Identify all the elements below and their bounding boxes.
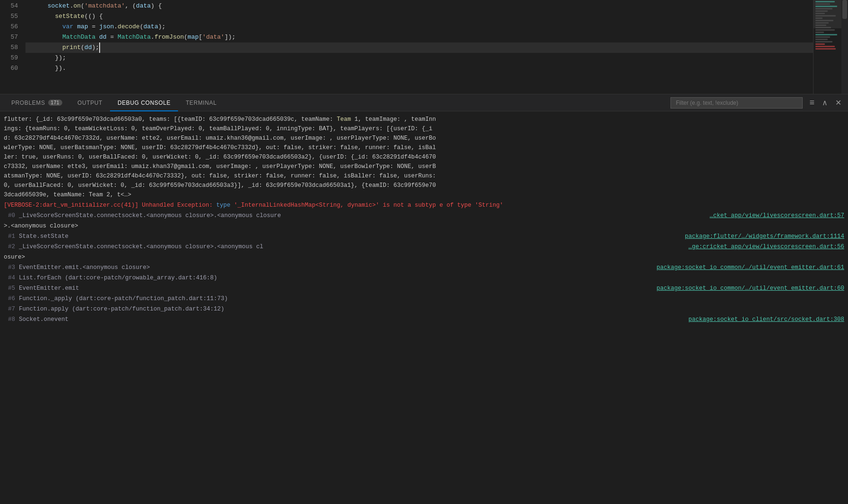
log-text-closure: >.<anonymous closure> — [4, 221, 78, 231]
log-error-text: [VERBOSE-2:dart_vm_initializer.cc(41)] U… — [4, 201, 503, 210]
code-line-56: var map = json.decode(data); — [25, 22, 813, 32]
frame-method-4: List.forEach (dart:core-patch/growable_a… — [19, 273, 844, 283]
frame-location-0[interactable]: …cket_app/view/livescorescreen.dart:57 — [710, 211, 844, 220]
filter-lines-icon: ≡ — [809, 98, 814, 108]
tab-terminal-label: TERMINAL — [186, 100, 216, 106]
code-line-55: setState(() { — [25, 11, 813, 22]
tab-terminal[interactable]: TERMINAL — [178, 94, 224, 111]
frame-method-8: Socket.onevent — [19, 315, 688, 324]
stack-frame-2: #2 _LiveScoreScreenState.connectsocket.<… — [4, 242, 844, 252]
stack-frame-8: #8 Socket.onevent package:socket_io_clie… — [4, 314, 844, 325]
stack-frame-4: #4 List.forEach (dart:core-patch/growabl… — [4, 273, 844, 283]
frame-location-5[interactable]: package:socket_io_common/…/util/event_em… — [656, 284, 844, 293]
frame-method-3: EventEmitter.emit.<anonymous closure> — [19, 263, 656, 272]
stack-frame-7: #7 Function.apply (dart:core-patch/funct… — [4, 304, 844, 314]
tab-output-label: OUTPUT — [77, 100, 102, 106]
stack-frame-6: #6 Function._apply (dart:core-patch/func… — [4, 294, 844, 304]
frame-location-1[interactable]: package:flutter/…/widgets/framework.dart… — [685, 232, 844, 241]
frame-num-3: #3 — [4, 263, 19, 272]
tab-debug-console-label: DEBUG CONSOLE — [118, 100, 171, 106]
stack-frame-5: #5 EventEmitter.emit package:socket_io_c… — [4, 283, 844, 294]
code-text[interactable]: socket.on('matchdata', (data) { setState… — [24, 0, 813, 94]
frame-method-0: _LiveScoreScreenState.connectsocket.<ano… — [19, 211, 710, 220]
log-line-osure: osure> — [4, 252, 844, 262]
collapse-button[interactable]: ∧ — [819, 97, 831, 108]
minimap — [813, 0, 841, 94]
editor-scrollbar[interactable] — [841, 0, 848, 94]
tab-debug-console[interactable]: DEBUG CONSOLE — [110, 94, 178, 111]
line-numbers: 54 55 56 57 58 59 60 — [0, 0, 24, 94]
tab-problems-label: PROBLEMS — [11, 100, 45, 106]
code-line-60: }). — [25, 63, 813, 74]
log-text-flutter: flutter: {_id: 63c99f659e703dcad66503a0,… — [4, 115, 436, 200]
chevron-up-icon: ∧ — [822, 98, 828, 107]
log-line-closure: >.<anonymous closure> — [4, 221, 844, 231]
frame-num-7: #7 — [4, 304, 19, 314]
log-text-osure: osure> — [4, 252, 25, 262]
debug-panel: PROBLEMS 171 OUTPUT DEBUG CONSOLE TERMIN… — [0, 94, 848, 504]
frame-num-4: #4 — [4, 273, 19, 283]
panel-tab-bar: PROBLEMS 171 OUTPUT DEBUG CONSOLE TERMIN… — [0, 94, 848, 111]
problems-badge: 171 — [48, 100, 63, 106]
filter-input[interactable] — [670, 97, 803, 109]
frame-location-3[interactable]: package:socket_io_common/…/util/event_em… — [656, 263, 844, 272]
filter-lines-button[interactable]: ≡ — [806, 97, 817, 109]
code-line-54: socket.on('matchdata', (data) { — [25, 1, 813, 11]
frame-method-6: Function._apply (dart:core-patch/functio… — [19, 294, 844, 303]
code-editor: 54 55 56 57 58 59 60 socket.on('matchdat… — [0, 0, 848, 94]
frame-num-1: #1 — [4, 232, 19, 241]
console-output[interactable]: flutter: {_id: 63c99f659e703dcad66503a0,… — [0, 111, 848, 504]
frame-method-2: _LiveScoreScreenState.connectsocket.<ano… — [19, 242, 688, 252]
frame-method-7: Function.apply (dart:core-patch/function… — [19, 304, 844, 314]
frame-method-1: State.setState — [19, 232, 685, 241]
frame-method-5: EventEmitter.emit — [19, 284, 656, 293]
frame-num-2: #2 — [4, 242, 19, 252]
stack-frame-1: #1 State.setState package:flutter/…/widg… — [4, 231, 844, 242]
close-button[interactable]: ✕ — [832, 97, 844, 108]
panel-actions: ≡ ∧ ✕ — [806, 97, 844, 109]
code-line-59: }); — [25, 53, 813, 63]
code-line-58: 💡 print(dd); — [25, 42, 813, 53]
code-line-57: MatchData dd = MatchData.fromJson(map['d… — [25, 32, 813, 42]
frame-num-5: #5 — [4, 284, 19, 293]
frame-location-2[interactable]: …ge:cricket_app/view/livescorescreen.dar… — [688, 242, 844, 252]
frame-num-6: #6 — [4, 294, 19, 303]
log-line-flutter: flutter: {_id: 63c99f659e703dcad66503a0,… — [4, 114, 844, 200]
frame-num-0: #0 — [4, 211, 19, 220]
log-line-error: [VERBOSE-2:dart_vm_initializer.cc(41)] U… — [4, 200, 844, 210]
frame-location-8[interactable]: package:socket_io_client/src/socket.dart… — [688, 315, 844, 324]
tab-problems[interactable]: PROBLEMS 171 — [4, 94, 70, 111]
frame-num-8: #8 — [4, 315, 19, 324]
stack-frame-3: #3 EventEmitter.emit.<anonymous closure>… — [4, 262, 844, 273]
stack-frame-0: #0 _LiveScoreScreenState.connectsocket.<… — [4, 210, 844, 221]
close-icon: ✕ — [835, 98, 841, 107]
tab-output[interactable]: OUTPUT — [70, 94, 110, 111]
